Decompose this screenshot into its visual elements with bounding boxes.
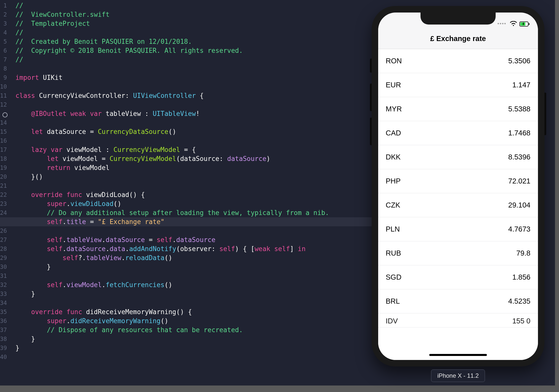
line-number: 14 [0,118,11,127]
currency-rate: 29.104 [508,201,530,209]
home-indicator[interactable] [429,354,487,356]
table-row[interactable]: PLN4.7673 [378,217,538,241]
line-number-gutter: 1234567891011121415161718192021222324252… [0,0,11,385]
currency-code: SGD [386,273,401,281]
line-number: 3 [0,19,11,28]
line-number: 32 [0,280,11,289]
line-number: 21 [0,181,11,190]
currency-rate: 1.147 [512,81,530,89]
phone-frame: •••• £ Exchange rate RON5.3506EUR1.147MY… [372,6,544,366]
cellular-dots-icon: •••• [497,21,506,27]
currency-code: RON [386,57,402,65]
table-row[interactable]: RUB79.8 [378,241,538,265]
line-number: 33 [0,289,11,298]
table-row[interactable]: CAD1.7468 [378,121,538,145]
line-number: 40 [0,352,11,361]
table-row[interactable]: IDV155 0 [378,313,538,327]
phone-screen[interactable]: •••• £ Exchange rate RON5.3506EUR1.147MY… [378,13,538,360]
line-number: 36 [0,316,11,325]
line-number: 2 [0,10,11,19]
currency-code: MYR [386,105,402,113]
table-row[interactable]: MYR5.5388 [378,97,538,121]
svg-rect-2 [529,23,529,25]
currency-rate: 4.5235 [508,297,530,305]
line-number: 28 [0,244,11,253]
phone-notch [421,13,496,25]
currency-rate: 79.8 [516,249,530,257]
battery-icon [519,22,530,27]
wifi-icon [510,21,517,27]
line-number: 23 [0,199,11,208]
phone-mute-switch [370,59,372,73]
table-row[interactable]: EUR1.147 [378,73,538,97]
line-number: 34 [0,298,11,307]
line-number: 8 [0,64,11,73]
currency-code: PLN [386,225,400,233]
line-number: 12 [0,100,11,109]
table-row[interactable]: SGD1.856 [378,265,538,289]
table-row[interactable]: DKK8.5396 [378,145,538,169]
line-number: 27 [0,235,11,244]
table-row[interactable]: RON5.3506 [378,49,538,73]
line-number: 5 [0,37,11,46]
currency-rate: 8.5396 [508,153,530,161]
line-number: 16 [0,136,11,145]
table-row[interactable]: BRL4.5235 [378,289,538,313]
line-number [0,109,11,118]
iboutlet-connection-icon[interactable] [3,112,8,117]
table-row[interactable]: CZK29.104 [378,193,538,217]
line-number: 17 [0,145,11,154]
currency-rate: 155 0 [512,317,530,325]
line-number: 20 [0,172,11,181]
currency-code: CZK [386,201,400,209]
line-number: 22 [0,190,11,199]
currency-code: RUB [386,249,401,257]
line-number: 31 [0,271,11,280]
line-number: 37 [0,325,11,334]
device-label-badge: iPhone X - 11.2 [431,369,485,382]
navigation-bar: £ Exchange rate [378,29,538,49]
currency-rate: 1.7468 [508,129,530,137]
table-row[interactable]: PHP72.021 [378,169,538,193]
line-number: 4 [0,28,11,37]
currency-rate: 5.5388 [508,105,530,113]
line-number: 9 [0,73,11,82]
currency-code: EUR [386,81,401,89]
line-number: 35 [0,307,11,316]
phone-volume-down [370,118,372,145]
line-number: 39 [0,343,11,352]
navigation-title: £ Exchange rate [430,35,486,43]
simulator: •••• £ Exchange rate RON5.3506EUR1.147MY… [372,6,544,366]
currency-code: DKK [386,153,401,161]
line-number: 11 [0,91,11,100]
currency-table[interactable]: RON5.3506EUR1.147MYR5.5388CAD1.7468DKK8.… [378,49,538,360]
line-number: 30 [0,262,11,271]
currency-rate: 72.021 [508,177,530,185]
line-number: 6 [0,46,11,55]
currency-rate: 5.3506 [508,57,530,65]
currency-code: BRL [386,297,400,305]
code-editor[interactable]: 1234567891011121415161718192021222324252… [0,0,366,385]
currency-code: IDV [386,317,398,325]
line-number: 7 [0,55,11,64]
phone-side-button [544,93,546,135]
line-number: 24 [0,208,11,217]
phone-volume-up [370,84,372,111]
line-number: 18 [0,154,11,163]
line-number: 26 [0,226,11,235]
currency-code: CAD [386,129,401,137]
currency-rate: 4.7673 [508,225,530,233]
line-number: 1 [0,1,11,10]
line-number: 38 [0,334,11,343]
line-number: 15 [0,127,11,136]
line-number: 19 [0,163,11,172]
currency-rate: 1.856 [512,273,530,281]
workspace: 1234567891011121415161718192021222324252… [0,0,555,385]
currency-code: PHP [386,177,401,185]
line-number: 29 [0,253,11,262]
line-number: 10 [0,82,11,91]
